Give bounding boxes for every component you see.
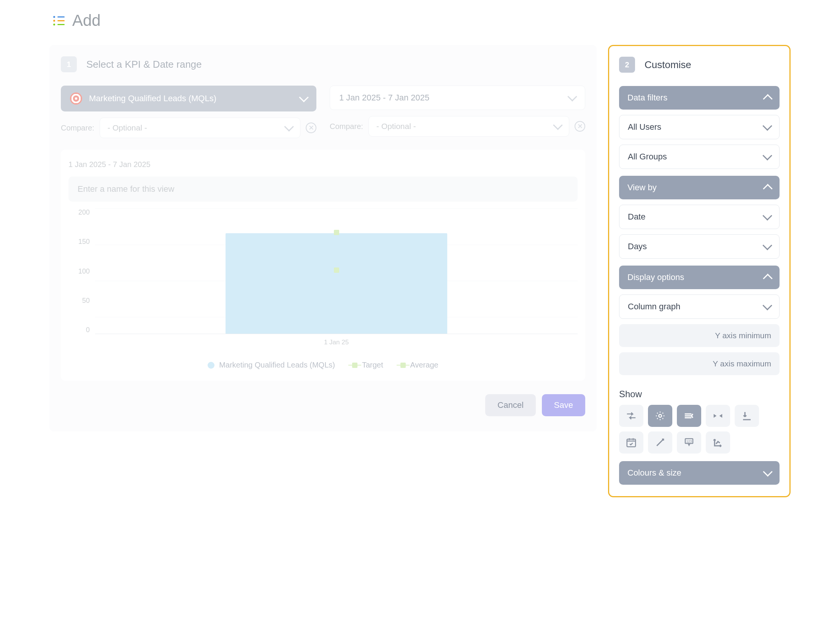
compare-label: Compare: [330,122,363,131]
compare-date-placeholder: - Optional - [376,122,554,131]
step1-panel: 1 Select a KPI & Date range Marketing Qu… [49,45,597,431]
show-date-toggle[interactable] [619,431,643,454]
date-range-label: 1 Jan 2025 - 7 Jan 2025 [339,93,569,103]
chart-bar [225,233,448,334]
y-axis-max-input[interactable] [619,352,780,375]
show-baseline-toggle[interactable] [735,405,759,427]
compare-kpi-placeholder: - Optional - [108,123,286,132]
chart-plot: 200 150 100 50 0 1 Jan 25 [68,208,578,353]
compare-kpi-select[interactable]: - Optional - [100,118,300,138]
y-tick: 100 [78,267,90,275]
axes-icon [712,437,724,448]
show-target-toggle[interactable] [648,405,672,427]
list-icon [53,15,65,26]
step2-panel: 2 Customise Data filters All Users All G… [608,45,791,497]
chevron-down-icon [762,301,772,310]
y-tick: 150 [78,238,90,246]
view-by-dimension-select[interactable]: Date [619,205,780,229]
groups-filter-select[interactable]: All Groups [619,145,780,169]
chart-legend: Marketing Qualified Leads (MQLs) Target … [68,361,578,369]
chevron-down-icon [762,211,772,220]
legend-series: Marketing Qualified Leads (MQLs) [208,361,335,369]
display-options-header[interactable]: Display options [619,266,780,289]
target-sun-icon [654,410,666,422]
chevron-up-icon [763,274,772,283]
date-range-select[interactable]: 1 Jan 2025 - 7 Jan 2025 [330,86,585,110]
chart-date-range: 1 Jan 2025 - 7 Jan 2025 [68,160,578,169]
users-filter-select[interactable]: All Users [619,115,780,139]
view-by-granularity-select[interactable]: Days [619,234,780,259]
chevron-up-icon [763,94,772,103]
average-marker [334,267,339,273]
chevron-down-icon [284,122,294,131]
save-button[interactable]: Save [542,394,585,416]
chevron-down-icon [299,92,308,102]
clear-compare-kpi-button[interactable]: ✕ [306,123,316,133]
show-axes-toggle[interactable] [706,431,730,454]
gap-arrows-icon [712,410,724,422]
chevron-down-icon [762,151,772,160]
step1-title: Select a KPI & Date range [86,59,202,70]
legend-target: Target [352,361,383,369]
show-average-toggle[interactable] [677,405,701,427]
compare-label: Compare: [61,124,94,132]
kpi-select[interactable]: Marketing Qualified Leads (MQLs) [61,86,316,111]
chevron-down-icon [567,92,577,101]
show-gap-toggle[interactable] [706,405,730,427]
kpi-select-label: Marketing Qualified Leads (MQLs) [89,94,294,103]
chart-card: 1 Jan 2025 - 7 Jan 2025 200 150 100 50 0 [61,150,585,381]
average-line-icon [683,410,695,422]
chevron-down-icon [762,121,772,131]
compare-date-select[interactable]: - Optional - [368,116,569,137]
baseline-arrow-icon [741,410,753,422]
show-values-toggle[interactable]: 123 [677,431,701,454]
page-header: Add [49,11,791,30]
view-by-header[interactable]: View by [619,176,780,199]
y-axis-min-input[interactable] [619,324,780,347]
clear-compare-date-button[interactable]: ✕ [575,121,585,132]
chart-type-select[interactable]: Column graph [619,294,780,319]
legend-swatch-icon [352,363,357,368]
cancel-button[interactable]: Cancel [485,394,535,416]
data-filters-header[interactable]: Data filters [619,86,780,110]
show-label: Show [619,389,780,399]
data-label-icon: 123 [683,437,695,448]
legend-average: Average [400,361,438,369]
colours-size-header[interactable]: Colours & size [619,461,780,485]
svg-rect-1 [627,439,636,447]
legend-swatch-icon [400,363,406,368]
view-name-input[interactable] [68,177,578,202]
page-title: Add [72,11,101,30]
legend-swatch-icon [208,362,214,369]
show-compare-toggle[interactable] [619,405,643,427]
show-trend-toggle[interactable] [648,431,672,454]
wand-icon [654,437,666,448]
target-marker [334,230,339,235]
chevron-down-icon [553,120,562,130]
step2-title: Customise [645,59,691,71]
svg-text:123: 123 [686,439,692,443]
y-tick: 200 [78,208,90,216]
step1-badge: 1 [61,56,77,72]
x-tick: 1 Jan 25 [324,339,349,346]
chevron-down-icon [762,240,772,250]
chevron-down-icon [763,467,772,476]
y-tick: 0 [86,326,90,334]
compare-arrows-icon [626,410,637,422]
target-icon [70,92,82,105]
calendar-check-icon [626,437,637,448]
y-tick: 50 [82,297,90,305]
step2-badge: 2 [619,57,635,73]
chevron-up-icon [763,184,772,193]
svg-point-0 [659,414,662,417]
